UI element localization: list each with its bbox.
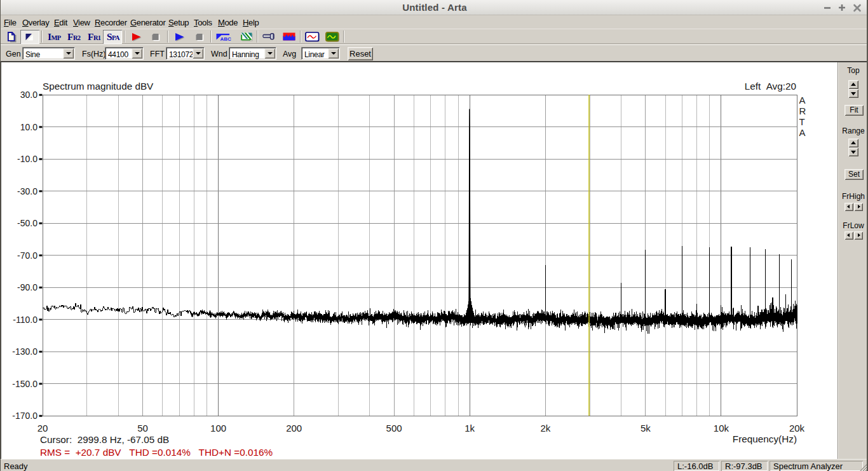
svg-text:10k: 10k bbox=[714, 423, 729, 433]
svg-text:20k: 20k bbox=[789, 423, 805, 433]
svg-text:Left Avg:20: Left Avg:20 bbox=[745, 81, 796, 92]
svg-text:10.0: 10.0 bbox=[20, 122, 37, 132]
svg-text:1k: 1k bbox=[465, 423, 475, 433]
svg-text:500: 500 bbox=[386, 423, 402, 433]
svg-text:-30.0: -30.0 bbox=[17, 186, 37, 196]
svg-text:R: R bbox=[799, 106, 806, 116]
svg-text:T: T bbox=[799, 116, 805, 127]
svg-text:100: 100 bbox=[210, 423, 226, 433]
svg-text:-10.0: -10.0 bbox=[17, 154, 37, 164]
svg-text:Frequency(Hz): Frequency(Hz) bbox=[733, 433, 797, 444]
svg-text:-170.0: -170.0 bbox=[12, 411, 37, 421]
svg-text:30.0: 30.0 bbox=[20, 90, 37, 100]
svg-text:50: 50 bbox=[137, 423, 148, 433]
svg-text:5k: 5k bbox=[641, 423, 651, 433]
svg-text:-70.0: -70.0 bbox=[17, 250, 37, 261]
svg-text:-110.0: -110.0 bbox=[13, 315, 37, 325]
svg-text:-50.0: -50.0 bbox=[17, 218, 37, 228]
svg-text:2k: 2k bbox=[540, 423, 550, 433]
svg-text:A: A bbox=[799, 95, 806, 106]
svg-text:RMS = +20.7 dBV THD =0.014%: RMS = +20.7 dBV THD =0.014% THD+N =0.016… bbox=[40, 447, 273, 458]
svg-text:ABC: ABC bbox=[220, 36, 232, 42]
svg-text:20: 20 bbox=[37, 423, 48, 433]
svg-text:200: 200 bbox=[286, 423, 302, 433]
svg-text:-90.0: -90.0 bbox=[17, 282, 37, 292]
svg-text:-130.0: -130.0 bbox=[12, 346, 37, 357]
svg-text:-150.0: -150.0 bbox=[12, 379, 37, 389]
svg-text:Spectrum magnitude dBV: Spectrum magnitude dBV bbox=[43, 81, 154, 92]
svg-text:A: A bbox=[799, 127, 806, 138]
svg-text:Cursor: 2999.8 Hz, -67.05 dB: Cursor: 2999.8 Hz, -67.05 dB bbox=[40, 434, 169, 445]
